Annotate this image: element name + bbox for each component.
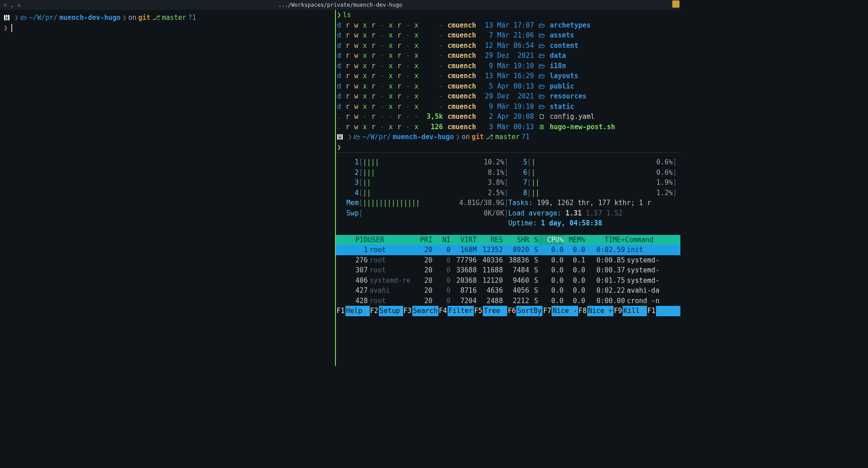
ls-output: drwxr-xr-x - cmuench 13 Mär 17:07 🗁arche…: [337, 20, 679, 132]
chevron-right-icon: ❯: [123, 13, 127, 23]
on-text: on: [462, 132, 470, 142]
left-terminal-pane[interactable]: ❯ 🗁 ~/W/pr/muench-dev-hugo ❯ on git ⎇ ma…: [0, 10, 336, 366]
window-title: .../Workspaces/private/muench-dev-hugo: [278, 1, 402, 9]
ls-row: drwxr-xr-x - cmuench 5 Apr 00:13 🗁public: [337, 81, 679, 92]
ls-owner: cmuench: [448, 61, 476, 71]
fkey-f5[interactable]: F5: [474, 306, 483, 316]
process-list[interactable]: 1root200168M123528920S0.00.00:02.59init2…: [336, 245, 680, 306]
ls-date: 29 Dez 2021: [481, 51, 534, 61]
ls-owner: cmuench: [448, 51, 476, 61]
ls-name: layouts: [550, 71, 578, 81]
ls-owner: cmuench: [448, 112, 476, 122]
svg-rect-4: [337, 134, 339, 140]
ls-row: .rwxr-xr-x 126 cmuench 3 Mär 00:13 🗎hugo…: [337, 122, 679, 132]
ls-owner: cmuench: [448, 102, 476, 112]
process-row[interactable]: 307root20033688116887484S0.00.00:00.37sy…: [336, 265, 680, 276]
fkey-f4[interactable]: F4: [439, 306, 448, 316]
col-user[interactable]: USER: [368, 235, 410, 245]
fkey-label[interactable]: Help: [345, 306, 370, 316]
col-shr[interactable]: SHR: [503, 235, 529, 245]
htop-footer[interactable]: F1HelpF2SetupF3SearchF4FilterF5TreeF6Sor…: [336, 306, 680, 316]
fkey-f1[interactable]: F1: [336, 306, 345, 316]
ls-row: drwxr-xr-x - cmuench 29 Dez 2021 🗁resour…: [337, 91, 679, 102]
dir-icon: 🗁: [538, 91, 545, 102]
htop-meters: 1[||||10.2%]2[|||8.1%]3[||3.8%]4[||2.5%]…: [336, 157, 680, 235]
ls-size: -: [423, 61, 443, 71]
fkey-label[interactable]: Filter: [448, 306, 474, 316]
minimize-icon[interactable]: ⌄: [10, 1, 14, 9]
ls-row: drwxr-xr-x - cmuench 12 Mär 06:54 🗁conte…: [337, 41, 679, 51]
svg-rect-5: [340, 134, 341, 137]
ls-command: ls: [343, 10, 351, 20]
fkey-label[interactable]: Kill: [623, 306, 647, 316]
fkey-f8[interactable]: F8: [578, 306, 587, 316]
col-pri[interactable]: PRI: [410, 235, 432, 245]
col-virt[interactable]: VIRT: [450, 235, 476, 245]
svg-rect-2: [6, 19, 8, 21]
fkey-f6[interactable]: F6: [507, 306, 516, 316]
diamond-icon[interactable]: ◇: [17, 1, 20, 9]
col-pid[interactable]: PID: [336, 235, 368, 245]
fkey-f3[interactable]: F3: [403, 306, 412, 316]
ls-row: drwxr-xr-x - cmuench 29 Dez 2021 🗁data: [337, 51, 679, 61]
ls-row: .rw-r--r-- 3,5k cmuench 2 Apr 20:08 🗋con…: [337, 112, 679, 122]
process-row[interactable]: 1root200168M123528920S0.00.00:02.59init: [336, 245, 680, 255]
git-label: git: [472, 132, 484, 142]
ls-size: -: [423, 20, 443, 31]
path-main: muench-dev-hugo: [59, 13, 120, 23]
ls-owner: cmuench: [448, 71, 476, 81]
ls-owner: cmuench: [448, 81, 476, 92]
close-icon[interactable]: ×: [4, 1, 7, 9]
ls-size: -: [423, 51, 443, 61]
svg-rect-0: [4, 15, 5, 20]
ls-date: 13 Mär 16:29: [481, 71, 534, 81]
fkey-label[interactable]: Search: [412, 306, 439, 316]
col-time[interactable]: TIME+: [585, 235, 625, 245]
col-s[interactable]: S: [529, 235, 538, 245]
fkey-label[interactable]: SortBy: [516, 306, 542, 316]
ls-date: 2 Apr 20:08: [481, 112, 534, 122]
cpu-meter-8: 8[||1.2%]: [508, 188, 677, 198]
file-icon: 🗋: [538, 112, 545, 122]
right-input-line[interactable]: ❯: [337, 142, 679, 153]
fkey-f7[interactable]: F7: [542, 306, 552, 316]
fkey-f2[interactable]: F2: [370, 306, 379, 316]
fkey-label[interactable]: Nice -: [552, 306, 578, 316]
prompt-char: ❯: [4, 23, 8, 33]
process-row[interactable]: 428root200720424882212S0.00.00:00.00cron…: [336, 296, 680, 306]
ls-name: archetypes: [550, 20, 590, 31]
fkey-label[interactable]: Nice +: [587, 306, 613, 316]
prompt-char: ❯: [337, 10, 341, 20]
col-cmd[interactable]: Command: [625, 235, 680, 245]
col-cpu[interactable]: CPU%: [538, 235, 563, 245]
htop-header[interactable]: PID USER PRI NI VIRT RES SHR S CPU% MEM%…: [336, 235, 680, 245]
load-row: Load average: 1.31 1.57 1.52: [508, 208, 677, 219]
right-prompt-2: ❯ 🗁 ~/W/pr/muench-dev-hugo ❯ on git ⎇ ma…: [337, 132, 679, 142]
process-row[interactable]: 427avahi200871646364056S0.00.00:02.22ava…: [336, 285, 680, 296]
process-row[interactable]: 276root200777964033638836S0.00.10:00.85s…: [336, 255, 680, 266]
right-top-pane[interactable]: ❯ ls drwxr-xr-x - cmuench 13 Mär 17:07 🗁…: [336, 10, 680, 152]
dir-icon: 🗁: [538, 71, 545, 81]
dir-icon: 🗁: [538, 30, 545, 41]
ls-date: 12 Mär 06:54: [481, 41, 534, 51]
col-ni[interactable]: NI: [432, 235, 450, 245]
fkey-label[interactable]: Setup: [379, 306, 403, 316]
cursor: [11, 24, 12, 32]
fkey-f9[interactable]: F9: [613, 306, 623, 316]
fkey-label[interactable]: [656, 306, 680, 316]
sh-icon: 🗎: [538, 122, 545, 132]
left-input-line[interactable]: ❯: [4, 23, 331, 33]
process-row[interactable]: 406systemd-re20020368121209460S0.00.00:0…: [336, 276, 680, 286]
ls-size: -: [423, 81, 443, 92]
ls-size: -: [423, 91, 443, 102]
cpu-meter-5: 5[|0.6%]: [508, 157, 677, 168]
col-mem[interactable]: MEM%: [563, 235, 585, 245]
htop-pane[interactable]: 1[||||10.2%]2[|||8.1%]3[||3.8%]4[||2.5%]…: [336, 152, 680, 366]
chevron-right-icon: ❯: [14, 13, 19, 23]
mem-meter: Mem[||||||||||||||4.81G/38.9G]: [340, 198, 508, 208]
ls-date: 3 Mär 00:13: [481, 122, 534, 132]
fkey-label[interactable]: Tree: [483, 306, 507, 316]
fkey-f1[interactable]: F1: [647, 306, 656, 316]
col-res[interactable]: RES: [476, 235, 503, 245]
prompt-char: ❯: [337, 142, 341, 153]
